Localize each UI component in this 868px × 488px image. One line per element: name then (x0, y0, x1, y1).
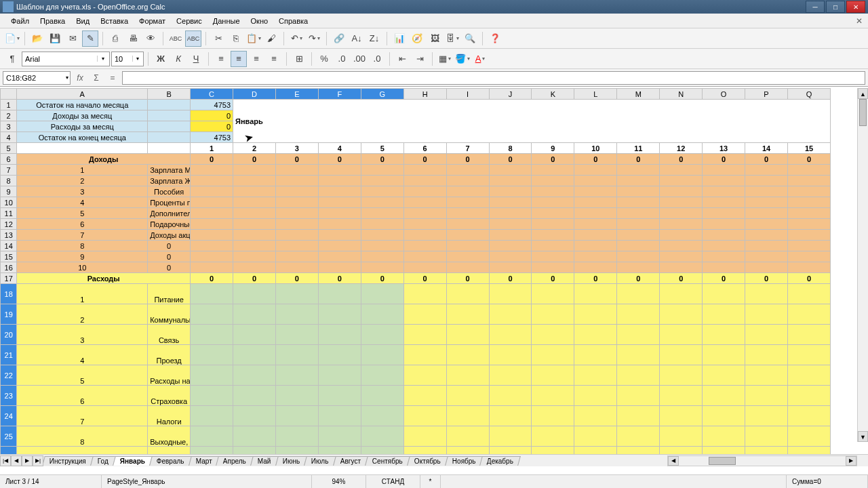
expense-total[interactable]: 0 (275, 273, 318, 284)
cell[interactable] (403, 165, 446, 176)
cell[interactable] (574, 219, 617, 230)
summary-value[interactable]: 4753 (191, 132, 233, 143)
cell[interactable] (489, 197, 532, 208)
day-header[interactable]: 11 (617, 143, 660, 154)
income-total[interactable]: 0 (532, 154, 574, 165)
menu-tools[interactable]: Сервис (171, 16, 208, 26)
decrease-indent-button[interactable]: ⇤ (394, 51, 410, 67)
cell[interactable] (318, 219, 361, 230)
cell[interactable] (318, 241, 361, 251)
cell[interactable] (660, 241, 703, 251)
last-tab-button[interactable]: ▶| (33, 455, 43, 466)
cell[interactable] (745, 208, 788, 219)
menu-help[interactable]: Справка (273, 16, 313, 26)
sheet-tab[interactable]: Апрель (216, 456, 254, 466)
day-header[interactable]: 10 (574, 143, 617, 154)
cell[interactable] (191, 304, 233, 325)
cell[interactable] (532, 304, 574, 325)
expense-total[interactable]: 0 (489, 273, 532, 284)
cell[interactable] (660, 262, 703, 273)
cell[interactable] (403, 230, 446, 241)
cell[interactable] (703, 176, 745, 186)
cell[interactable] (446, 165, 489, 176)
cell[interactable] (446, 230, 489, 241)
summary-value[interactable]: 4753 (191, 100, 233, 110)
cell[interactable] (318, 325, 361, 345)
cell[interactable] (403, 447, 446, 455)
cell[interactable] (191, 284, 233, 304)
cell[interactable] (446, 219, 489, 230)
summary-cell[interactable] (148, 121, 191, 132)
cell[interactable] (574, 208, 617, 219)
align-left-button[interactable]: ≡ (213, 51, 229, 67)
scroll-up-icon[interactable]: ▲ (858, 88, 868, 99)
income-item[interactable]: Дополнительный доход (148, 208, 191, 219)
cell[interactable] (617, 406, 660, 426)
cell[interactable] (532, 251, 574, 262)
cell[interactable] (233, 284, 276, 304)
cell[interactable] (233, 406, 276, 426)
cell[interactable] (446, 197, 489, 208)
preview-button[interactable]: 👁 (142, 30, 159, 47)
cell[interactable] (275, 219, 318, 230)
cell[interactable] (403, 208, 446, 219)
income-item[interactable]: Проценты по вкладам (148, 197, 191, 208)
menu-view[interactable]: Вид (71, 16, 95, 26)
cell[interactable] (275, 345, 318, 365)
row-header[interactable]: 9 (1, 186, 17, 197)
row-header[interactable]: 23 (1, 386, 17, 406)
cell[interactable] (703, 365, 745, 386)
cell[interactable] (191, 176, 233, 186)
cell[interactable] (275, 208, 318, 219)
cell[interactable] (617, 262, 660, 273)
cell[interactable] (403, 406, 446, 426)
col-header[interactable]: G (361, 89, 403, 100)
row-header[interactable]: 3 (1, 121, 17, 132)
sheet-tab[interactable]: Инструкция (43, 456, 94, 466)
expense-total[interactable]: 0 (660, 273, 703, 284)
cell[interactable] (191, 426, 233, 447)
sheet-tab[interactable]: Август (333, 456, 368, 466)
cell[interactable] (191, 186, 233, 197)
cell[interactable] (446, 304, 489, 325)
save-button[interactable]: 💾 (47, 30, 63, 47)
income-item[interactable]: 0 (148, 251, 191, 262)
cell[interactable] (574, 447, 617, 455)
cell[interactable] (275, 165, 318, 176)
income-item[interactable]: 0 (148, 262, 191, 273)
expense-total[interactable]: 0 (532, 273, 574, 284)
expense-total[interactable]: 0 (788, 273, 831, 284)
item-number[interactable]: 5 (17, 365, 148, 386)
cell[interactable] (275, 284, 318, 304)
row-header[interactable]: 2 (1, 110, 17, 121)
cell[interactable] (574, 365, 617, 386)
cell[interactable] (233, 386, 276, 406)
sheet-tab[interactable]: Июль (304, 456, 336, 466)
cell[interactable] (660, 325, 703, 345)
print-button[interactable]: 🖶 (125, 30, 141, 47)
cell[interactable] (148, 143, 191, 154)
row-header[interactable]: 10 (1, 197, 17, 208)
col-header[interactable]: E (275, 89, 318, 100)
cell[interactable] (191, 197, 233, 208)
cell[interactable] (532, 262, 574, 273)
cell[interactable] (745, 345, 788, 365)
cell[interactable] (574, 197, 617, 208)
cell[interactable] (191, 365, 233, 386)
cell[interactable] (489, 345, 532, 365)
cell[interactable] (275, 325, 318, 345)
sheet-tab[interactable]: Ноябрь (445, 456, 483, 466)
bgcolor-button[interactable]: 🪣▾ (454, 51, 471, 67)
cell[interactable] (703, 426, 745, 447)
new-button[interactable]: 📄▾ (4, 30, 20, 47)
item-number[interactable]: 6 (17, 219, 148, 230)
income-item[interactable]: Зарплата Жены (148, 176, 191, 186)
cell[interactable] (703, 197, 745, 208)
cell[interactable] (489, 219, 532, 230)
autospell-button[interactable]: ABC (185, 30, 201, 47)
cell[interactable] (489, 284, 532, 304)
cell[interactable] (745, 197, 788, 208)
cell[interactable] (361, 284, 403, 304)
sheet-tab[interactable]: Февраль (149, 456, 191, 466)
row-header[interactable]: 5 (1, 143, 17, 154)
